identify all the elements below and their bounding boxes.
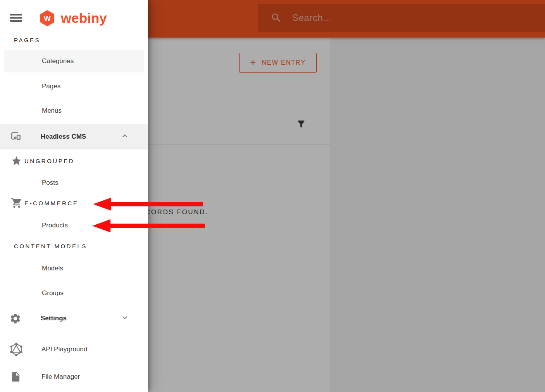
sidebar-group-label-pages: PAGES: [0, 34, 148, 46]
graphql-icon: [9, 342, 24, 357]
file-icon: [10, 371, 21, 383]
sidebar-section-settings[interactable]: Settings: [0, 306, 148, 331]
sidebar-divider: [0, 331, 148, 331]
chevron-up-icon: [121, 132, 129, 142]
app-root: Search... + NEW ENTRY NO RECORDS FOUND.: [0, 0, 545, 392]
gear-icon: [9, 313, 21, 325]
sidebar-item-posts[interactable]: Posts: [0, 171, 148, 194]
chevron-down-icon: [121, 313, 129, 324]
menu-icon[interactable]: [10, 14, 22, 22]
devices-icon: [9, 130, 22, 143]
sidebar-item-models[interactable]: Models: [0, 257, 148, 280]
sidebar-item-pages[interactable]: Pages: [0, 75, 148, 98]
sidebar-item-groups[interactable]: Groups: [0, 282, 148, 305]
sidebar-group-label-content-models: CONTENT MODELS: [0, 240, 148, 252]
sidebar-item-products[interactable]: Products: [0, 214, 148, 237]
brand-wordmark: webiny: [61, 10, 107, 26]
star-icon: [11, 155, 22, 167]
webiny-logo[interactable]: w webiny: [39, 10, 107, 26]
sidebar-item-categories[interactable]: Categories: [4, 50, 144, 72]
logo-letter: w: [44, 13, 51, 23]
sidebar-section-headless-cms[interactable]: Headless CMS: [0, 124, 148, 150]
sidebar-item-file-manager[interactable]: File Manager: [0, 365, 148, 389]
sidebar-item-api-playground[interactable]: API Playground: [0, 338, 148, 361]
webiny-hexagon-icon: w: [39, 10, 55, 26]
drawer-header: w webiny: [0, 0, 148, 35]
sidebar-item-menus[interactable]: Menus: [0, 99, 148, 122]
sidebar-group-label-ungrouped: UNGROUPED: [0, 155, 148, 167]
navigation-drawer: w webiny PAGES Categories Pages Menus: [0, 0, 148, 392]
sidebar-group-label-ecommerce: E-COMMERCE: [0, 197, 148, 209]
cart-icon: [11, 197, 22, 209]
